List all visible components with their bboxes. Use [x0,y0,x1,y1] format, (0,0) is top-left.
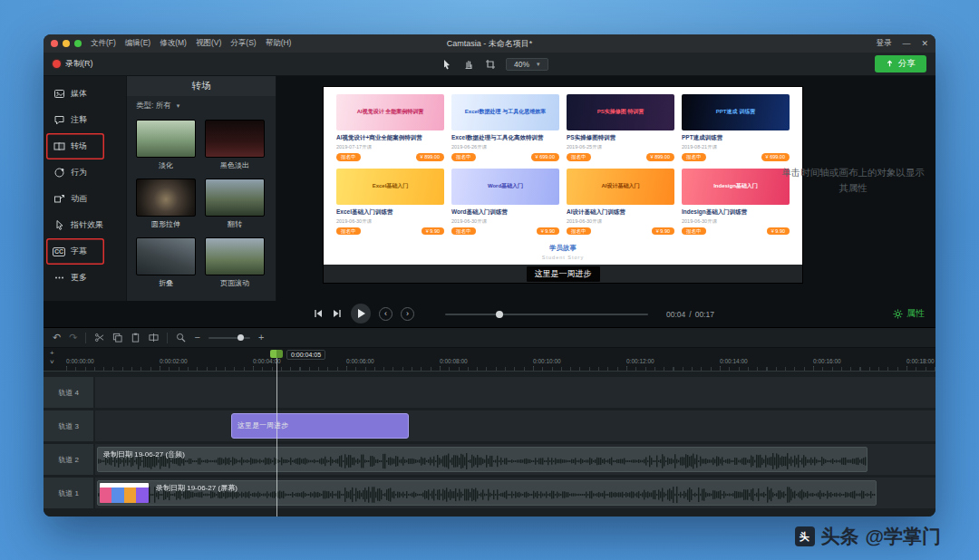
track-height-decrease-icon[interactable]: ˅ [50,358,54,366]
zoom-out-icon[interactable]: − [194,333,199,343]
sidebar-item-captions[interactable]: CC 字幕 [46,238,104,265]
menu-file[interactable]: 文件(F) [91,38,116,49]
playhead-line[interactable] [276,352,277,517]
transition-item[interactable]: 翻转 [205,179,265,229]
track-header[interactable]: 轨道 3 [44,410,93,441]
crop-tool-icon[interactable] [484,58,497,71]
seek-slider[interactable] [445,314,648,315]
course-card: AI视觉设计 全能案例特训营 AI视觉设计+商业全能案例特训营 2019-07-… [336,94,444,161]
share-button[interactable]: 分享 [875,55,926,72]
paste-icon[interactable] [131,333,141,343]
track-row: 轨道 3 这里是一周进步 [44,410,935,441]
track-lane-2[interactable]: 录制日期 19-06-27 (音频) [95,444,935,475]
pointer-tool-icon[interactable] [441,58,453,71]
sidebar-item-transitions[interactable]: 转场 [46,133,104,159]
transition-item[interactable]: 圆形拉伸 [136,179,196,229]
play-button[interactable] [351,304,371,323]
traffic-lights [51,40,82,47]
split-icon[interactable] [149,333,159,343]
titlebar: 文件(F) 编辑(E) 修改(M) 视图(V) 分享(S) 帮助(H) Camt… [44,34,935,53]
ruler-tick: 0:00:00:00 [66,358,94,364]
chevron-down-icon: ▾ [177,102,180,110]
watermark: 头 头条 @学掌门 [795,524,941,549]
playhead-handles[interactable] [270,350,283,358]
close-traffic-icon[interactable] [51,40,58,47]
transition-item[interactable]: 淡化 [136,120,196,170]
timeline: ↶ ↷ − + + ˅ [44,328,935,517]
play-icon [358,309,365,318]
track-header[interactable]: 轨道 4 [44,377,93,408]
track-header[interactable]: 轨道 1 [44,478,93,508]
menu-view[interactable]: 视图(V) [196,38,221,49]
gear-icon [893,309,903,319]
playhead-in-handle[interactable] [270,350,276,358]
menu-edit[interactable]: 编辑(E) [125,38,150,49]
cut-icon[interactable] [94,333,104,343]
login-button[interactable]: 登录 [876,38,891,49]
properties-button[interactable]: 属性 [893,307,925,320]
ruler-tick: 0:00:18:00 [906,358,935,364]
transition-item[interactable]: 黑色淡出 [205,120,265,170]
zoom-magnifier-icon[interactable] [176,333,186,343]
caption-overlay[interactable]: 这里是一周进步 [527,266,600,282]
canvas-zoom-select[interactable]: 40% ▾ [506,58,548,71]
jump-forward-button[interactable]: › [401,307,414,321]
zoom-in-icon[interactable]: + [258,333,264,343]
step-forward-button[interactable] [332,308,343,319]
behavior-icon [53,167,65,179]
sidebar-item-more[interactable]: 更多 [46,265,123,291]
minimize-traffic-icon[interactable] [63,40,70,47]
sidebar-item-animations[interactable]: 动画 [46,186,123,212]
audio-clip[interactable]: 录制日期 19-06-27 (音频) [97,447,868,472]
zoom-traffic-icon[interactable] [74,40,82,47]
jump-back-button[interactable]: ‹ [379,307,393,321]
record-button[interactable]: 录制(R) [53,58,93,70]
playhead-out-handle[interactable] [276,350,283,358]
redo-icon[interactable]: ↷ [69,333,77,343]
ruler-tick: 0:00:16:00 [813,358,841,364]
caption-clip[interactable]: 这里是一周进步 [231,413,409,439]
sidebar-item-behaviors[interactable]: 行为 [46,159,123,186]
sidebar-item-cursor-effects[interactable]: 指针效果 [46,212,123,238]
track-lane-3[interactable]: 这里是一周进步 [95,410,935,441]
seek-handle[interactable] [496,311,503,318]
course-card: AI设计基础入门 AI设计基础入门训练营 2019-06-30开课 报名中¥ 9… [567,169,674,236]
transition-item[interactable]: 折叠 [136,237,196,288]
playback-bar: ‹ › 00:04 / 00:17 属性 [44,301,935,328]
step-back-button[interactable] [313,308,324,319]
ruler-tick: 0:00:08:00 [440,358,468,364]
transition-thumbnail [136,120,196,158]
transition-thumbnail [205,179,265,217]
transitions-panel: 转场 类型: 所有 ▾ 淡化 黑色淡出 圆形拉伸 [127,76,276,301]
sidebar-item-annotations[interactable]: 注释 [46,107,123,133]
track-lane-4[interactable] [95,377,935,408]
timeline-ruler[interactable]: + ˅ 0:00:00:00 0:00:02:00 0:00:04:00 0:0… [44,348,935,372]
menu-modify[interactable]: 修改(M) [160,38,187,49]
timeline-zoom-handle[interactable] [237,334,244,341]
minimize-icon[interactable]: — [902,40,910,48]
menu-share[interactable]: 分享(S) [230,38,256,49]
menu-help[interactable]: 帮助(H) [266,38,292,49]
screen-recording-clip[interactable]: 录制日期 19-06-27 (屏幕) [97,480,877,506]
track-height-increase-icon[interactable]: + [50,349,54,357]
transition-thumbnail [136,179,196,217]
pan-hand-icon[interactable] [462,58,475,71]
track-lane-1[interactable]: 录制日期 19-06-27 (屏幕) [95,478,935,508]
clip-thumbnail [100,483,149,503]
watermark-handle: @学掌门 [866,524,941,549]
sidebar-item-media[interactable]: 媒体 [46,81,123,107]
transition-type-filter[interactable]: 类型: 所有 ▾ [127,96,276,116]
undo-icon[interactable]: ↶ [53,333,61,343]
sidebar: 媒体 注释 转场 行为 动画 指针效果 CC [44,76,127,301]
transition-thumbnail [136,237,196,275]
timeline-zoom-slider[interactable] [208,337,250,339]
preview-canvas[interactable]: AI视觉设计 全能案例特训营 AI视觉设计+商业全能案例特训营 2019-07-… [324,87,802,283]
transition-item[interactable]: 页面滚动 [205,237,265,288]
copy-icon[interactable] [112,333,122,343]
ruler-tick: 0:00:14:00 [720,358,748,364]
toutiao-logo-icon: 头 [795,526,815,546]
cc-icon: CC [53,247,65,256]
cursor-icon [53,219,65,231]
close-icon[interactable]: ✕ [921,40,928,48]
track-header[interactable]: 轨道 2 [44,444,93,475]
